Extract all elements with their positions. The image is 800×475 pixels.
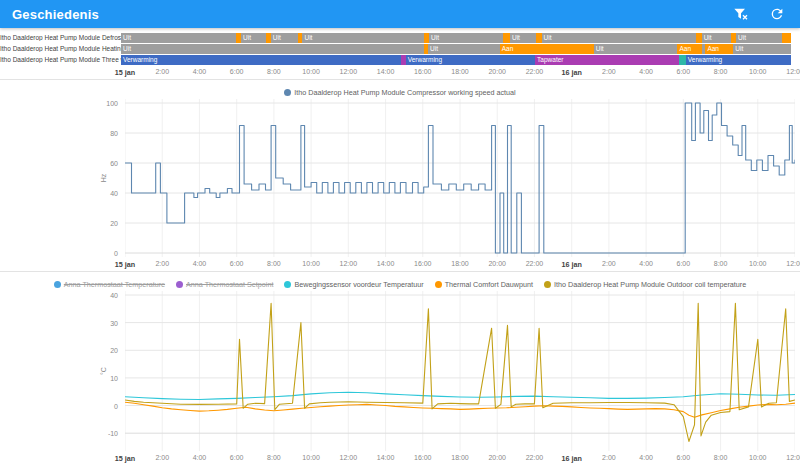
axis-tick: 8:00 <box>267 454 281 461</box>
axis-tick: 2:00 <box>155 454 169 461</box>
filter-remove-icon <box>733 6 749 22</box>
axis-tick: 14:00 <box>377 454 395 461</box>
axis-tick: 12:00 <box>340 260 358 267</box>
axis-tick: 22:00 <box>526 260 544 267</box>
timeline-segment-uit[interactable]: Uit <box>736 33 782 43</box>
timeline-segment-tapwater[interactable]: Tapwater <box>535 55 679 65</box>
temperature-chart-plot[interactable]: -10010203040°C <box>0 291 800 451</box>
timeline-section: Itho Daalderop Heat Pump Module DefrostU… <box>0 28 800 80</box>
legend-item[interactable]: Anna Thermostaat Temperature <box>54 280 165 289</box>
axis-tick: 6:00 <box>230 260 244 267</box>
axis-tick: 4:00 <box>193 68 207 75</box>
timeline-segment-uit[interactable]: Uit <box>271 33 298 43</box>
legend-dot <box>435 281 442 288</box>
timeline-segment-verwarming[interactable]: Verwarming <box>686 55 791 65</box>
axis-tick: 6:00 <box>677 454 691 461</box>
timeline-segment-uit[interactable]: Uit <box>429 33 503 43</box>
axis-tick: 6:00 <box>230 68 244 75</box>
y-axis-label: 30 <box>0 319 118 326</box>
axis-tick: 12:00 <box>786 260 800 267</box>
axis-tick: 16 jan <box>561 68 581 77</box>
y-axis-label: 20 <box>0 220 118 227</box>
refresh-icon <box>769 6 785 22</box>
timeline-row: Itho Daalderop Heat Pump Module Heating … <box>0 43 800 54</box>
axis-tick: 14:00 <box>377 68 395 75</box>
y-axis-label: -10 <box>0 430 118 437</box>
temperature-chart-legend: Anna Thermostaat TemperatureAnna Thermos… <box>0 277 800 291</box>
temperature-line-chart[interactable] <box>125 291 795 451</box>
legend-label: Anna Thermostaat Temperature <box>64 280 165 289</box>
timeline-segment-uit[interactable]: Uit <box>121 44 424 54</box>
compressor-chart-plot[interactable]: 020406080100Hz <box>0 99 800 257</box>
axis-tick: 8:00 <box>267 260 281 267</box>
axis-tick: 2:00 <box>602 260 616 267</box>
compressor-time-axis: 15 jan2:004:006:008:0010:0012:0014:0016:… <box>0 257 800 271</box>
axis-tick: 4:00 <box>639 260 653 267</box>
timeline-time-axis: 15 jan2:004:006:008:0010:0012:0014:0016:… <box>0 65 800 79</box>
timeline-segment-aan[interactable] <box>503 33 510 43</box>
timeline-entity-label: Itho Daalderop Heat Pump Module Three wa… <box>0 56 121 63</box>
legend-dot <box>544 281 551 288</box>
legend-item[interactable]: Anna Thermostaat Setpoint <box>176 280 273 289</box>
y-axis-label: 10 <box>0 374 118 381</box>
timeline-segment-uit[interactable]: Uit <box>702 33 731 43</box>
axis-tick: 8:00 <box>267 68 281 75</box>
timeline-row: Itho Daalderop Heat Pump Module DefrostU… <box>0 32 800 43</box>
axis-tick: 16 jan <box>561 454 581 463</box>
timeline-segment-uit[interactable]: Uit <box>733 44 791 54</box>
axis-tick: 6:00 <box>230 454 244 461</box>
timeline-bar: UitUitUitUitUitUitUitUitUit <box>121 33 791 43</box>
legend-dot <box>176 281 183 288</box>
timeline-segment-blank[interactable] <box>679 55 686 65</box>
refresh-button[interactable] <box>766 3 788 25</box>
legend-item-compressor[interactable]: Itho Daalderop Heat Pump Module Compress… <box>284 88 515 97</box>
compressor-chart-legend: Itho Daalderop Heat Pump Module Compress… <box>0 85 800 99</box>
timeline-segment-uit[interactable]: Uit <box>594 44 678 54</box>
y-axis-label: 100 <box>0 100 118 107</box>
legend-item[interactable]: Thermal Comfort Dauwpunt <box>435 280 533 289</box>
temperature-time-axis: 15 jan2:004:006:008:0010:0012:0014:0016:… <box>0 451 800 465</box>
axis-tick: 8:00 <box>714 68 728 75</box>
timeline-row: Itho Daalderop Heat Pump Module Three wa… <box>0 54 800 65</box>
legend-label: Anna Thermostaat Setpoint <box>186 280 273 289</box>
y-axis-label: 0 <box>0 402 118 409</box>
timeline-segment-uit[interactable]: Uit <box>302 33 424 43</box>
axis-tick: 2:00 <box>602 68 616 75</box>
timeline-segment-uit[interactable]: Uit <box>121 33 236 43</box>
axis-tick: 10:00 <box>749 68 767 75</box>
axis-tick: 12:00 <box>340 68 358 75</box>
timeline-segment-aan[interactable]: Aan <box>705 44 733 54</box>
timeline-segment-uit[interactable]: Uit <box>542 33 696 43</box>
legend-label: Itho Daalderop Heat Pump Module Outdoor … <box>554 280 746 289</box>
timeline-segment-aan[interactable]: Aan <box>500 44 594 54</box>
y-axis-label: 60 <box>0 160 118 167</box>
timeline-segment-verwarming[interactable]: Verwarming <box>121 55 401 65</box>
axis-tick: 16:00 <box>414 68 432 75</box>
timeline-segment-uit[interactable]: Uit <box>510 33 536 43</box>
axis-tick: 4:00 <box>193 260 207 267</box>
axis-tick: 6:00 <box>677 260 691 267</box>
timeline-segment-verwarming[interactable]: Verwarming <box>406 55 535 65</box>
axis-tick: 2:00 <box>602 454 616 461</box>
timeline-segment-aan[interactable]: Aan <box>677 44 701 54</box>
legend-label: Itho Daalderop Heat Pump Module Compress… <box>294 88 515 97</box>
axis-tick: 4:00 <box>193 454 207 461</box>
compressor-line-chart[interactable] <box>125 99 795 257</box>
timeline-segment-aan[interactable] <box>782 33 791 43</box>
axis-tick: 16 jan <box>561 260 581 269</box>
legend-item[interactable]: Bewegingssensor voordeur Temperatuur <box>284 280 423 289</box>
page-title: Geschiedenis <box>12 7 716 22</box>
timeline-segment-uit[interactable]: Uit <box>428 44 500 54</box>
timeline-entity-label: Itho Daalderop Heat Pump Module Defrost <box>0 34 121 41</box>
axis-tick: 15 jan <box>115 260 135 269</box>
app-header: Geschiedenis <box>0 0 800 28</box>
timeline-bar: UitUitAanUitAanAanUit <box>121 44 791 54</box>
timeline-entity-label: Itho Daalderop Heat Pump Module Heating … <box>0 45 121 52</box>
axis-tick: 6:00 <box>677 68 691 75</box>
axis-tick: 12:00 <box>786 454 800 461</box>
filter-button[interactable] <box>730 3 752 25</box>
timeline-segment-uit[interactable]: Uit <box>241 33 266 43</box>
axis-tick: 10:00 <box>302 260 320 267</box>
y-axis-unit: °C <box>100 367 107 375</box>
legend-item[interactable]: Itho Daalderop Heat Pump Module Outdoor … <box>544 280 746 289</box>
